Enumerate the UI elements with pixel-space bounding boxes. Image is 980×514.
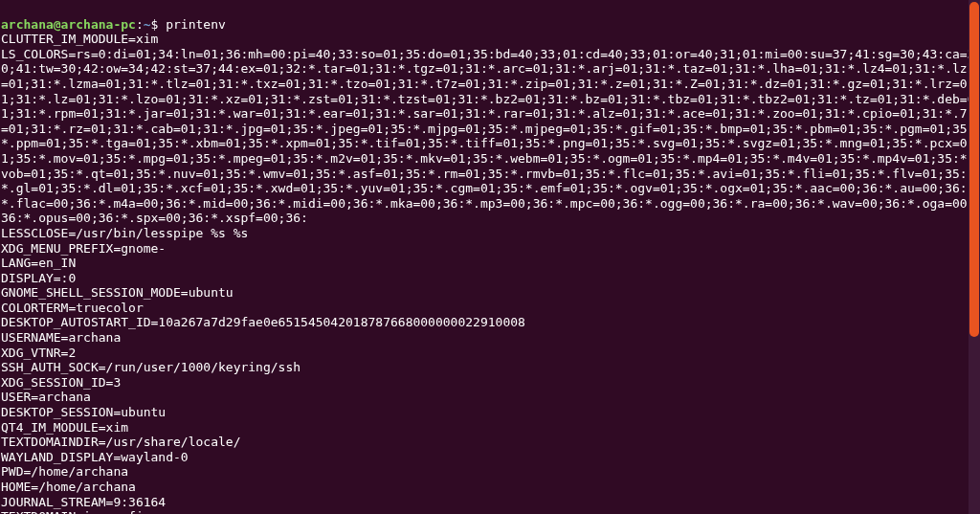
scrollbar-thumb[interactable]	[969, 2, 979, 337]
prompt-line: archana@archana-pc:~$ printenv	[1, 17, 226, 32]
env-var-line: LESSCLOSE=/usr/bin/lesspipe %s %s	[1, 226, 980, 241]
env-var-line: CLUTTER_IM_MODULE=xim	[1, 32, 980, 47]
env-var-line: DESKTOP_AUTOSTART_ID=10a267a7d29fae0e651…	[1, 315, 980, 330]
env-var-line: TEXTDOMAINDIR=/usr/share/locale/	[1, 435, 980, 450]
env-var-line: LANG=en_IN	[1, 256, 980, 271]
prompt-user-host: archana@archana-pc	[1, 17, 136, 32]
prompt-path: ~	[144, 17, 151, 32]
env-var-line: DISPLAY=:0	[1, 271, 980, 286]
terminal-output-area[interactable]: archana@archana-pc:~$ printenv CLUTTER_I…	[0, 2, 980, 514]
env-var-line: LS_COLORS=rs=0:di=01;34:ln=01;36:mh=00:p…	[1, 47, 980, 226]
env-var-line: TEXTDOMAIN=im-config	[1, 509, 980, 514]
env-var-line: USER=archana	[1, 390, 980, 405]
env-var-line: QT4_IM_MODULE=xim	[1, 420, 980, 436]
env-var-line: COLORTERM=truecolor	[1, 301, 980, 316]
env-var-line: SSH_AUTH_SOCK=/run/user/1000/keyring/ssh	[1, 360, 980, 375]
command-text: printenv	[166, 17, 226, 32]
prompt-symbol: $	[151, 17, 167, 32]
env-var-line: HOME=/home/archana	[1, 480, 980, 495]
output-container: CLUTTER_IM_MODULE=ximLS_COLORS=rs=0:di=0…	[1, 32, 980, 514]
env-var-line: XDG_SESSION_ID=3	[1, 375, 980, 391]
env-var-line: USERNAME=archana	[1, 330, 980, 346]
env-var-line: XDG_MENU_PREFIX=gnome-	[1, 241, 980, 257]
env-var-line: JOURNAL_STREAM=9:36164	[1, 495, 980, 510]
scrollbar-track[interactable]	[969, 0, 980, 514]
env-var-line: DESKTOP_SESSION=ubuntu	[1, 405, 980, 420]
env-var-line: PWD=/home/archana	[1, 464, 980, 480]
env-var-line: WAYLAND_DISPLAY=wayland-0	[1, 450, 980, 465]
env-var-line: XDG_VTNR=2	[1, 346, 980, 361]
prompt-colon: :	[136, 17, 144, 32]
env-var-line: GNOME_SHELL_SESSION_MODE=ubuntu	[1, 285, 980, 301]
